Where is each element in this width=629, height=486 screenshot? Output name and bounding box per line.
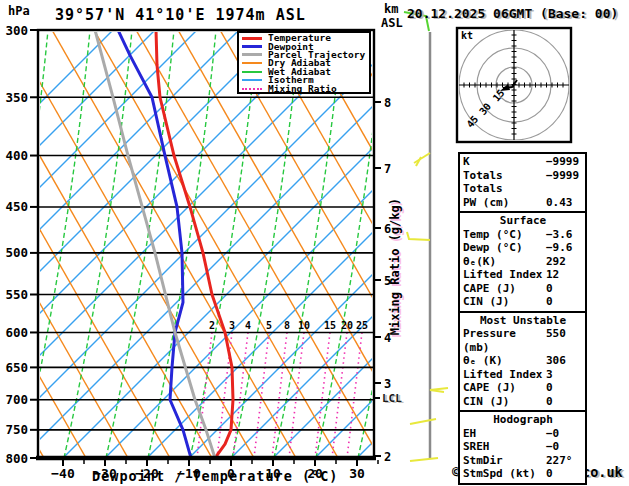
- mixing-ratio-value-label: 20: [341, 320, 353, 331]
- table-row-value: −9999: [546, 155, 583, 169]
- pressure-tick-label: 800: [5, 451, 28, 466]
- km-tick-label: 8: [384, 96, 391, 110]
- legend-item: Mixing Ratio: [242, 84, 369, 92]
- table-row-value: 550: [546, 327, 583, 354]
- table-row-value: −0: [546, 427, 583, 441]
- km-tick-label: 7: [384, 162, 391, 176]
- dry-adiabat-line: [598, 30, 629, 458]
- dry-adiabat-line: [0, 30, 2, 458]
- mixing-ratio-value-label: 5: [266, 320, 272, 331]
- pressure-tick-label: 750: [5, 422, 28, 437]
- table-row-label: StmSpd (kt): [463, 467, 546, 481]
- indices-table: K−9999Totals Totals−9999PW (cm)0.43Surfa…: [458, 152, 587, 485]
- hodograph-unit-label: kt: [461, 30, 473, 41]
- table-row-label: θₑ(K): [463, 255, 546, 269]
- table-row: CIN (J)0: [463, 395, 583, 409]
- table-section: Most UnstablePressure (mb)550θₑ (K)306Li…: [458, 311, 587, 413]
- table-row-value: 306: [546, 354, 583, 368]
- wet-adiabat-line: [22, 30, 90, 458]
- table-row-value: −0: [546, 440, 583, 454]
- pressure-unit-label: hPa: [8, 4, 30, 18]
- mixing-ratio-line: [254, 332, 269, 458]
- table-row: StmDir227°: [463, 454, 583, 468]
- table-section-title: Surface: [463, 214, 583, 228]
- lcl-marker-label: LCL: [382, 392, 402, 405]
- table-row: Totals Totals−9999: [463, 169, 583, 196]
- valid-datetime: 20.12.2025 06GMT (Base: 00): [407, 6, 618, 21]
- wind-barb: [430, 388, 448, 392]
- table-row: Lifted Index3: [463, 368, 583, 382]
- table-row: Lifted Index12: [463, 268, 583, 282]
- mixing-ratio-value-label: 10: [298, 320, 310, 331]
- parcel-trajectory-curve: [95, 30, 215, 458]
- table-row: StmSpd (kt)0: [463, 467, 583, 481]
- table-section: SurfaceTemp (°C)−3.6Dewp (°C)−9.6θₑ(K)29…: [458, 211, 587, 313]
- legend-swatch-isotherm: [242, 79, 262, 81]
- table-row-label: Lifted Index: [463, 368, 546, 382]
- table-row: SREH−0: [463, 440, 583, 454]
- mixing-ratio-value-label: 8: [284, 320, 290, 331]
- mixing-ratio-value-label: 3: [229, 320, 235, 331]
- legend-swatch-temperature: [242, 37, 262, 40]
- pressure-tick-label: 450: [5, 199, 28, 214]
- table-row-value: 292: [546, 255, 583, 269]
- pressure-tick-label: 350: [5, 90, 28, 105]
- station-title: 39°57'N 41°10'E 1974m ASL: [55, 6, 306, 24]
- wet-adiabat-line: [274, 30, 342, 458]
- legend: TemperatureDewpointParcel TrajectoryDry …: [237, 31, 371, 94]
- table-row-value: −9.6: [546, 241, 583, 255]
- wind-barb: [414, 153, 430, 163]
- table-row: θₑ(K)292: [463, 255, 583, 269]
- altitude-unit-km: km: [384, 2, 398, 16]
- legend-swatch-dry-adiabat: [242, 62, 262, 64]
- wet-adiabat-line: [232, 30, 300, 458]
- altitude-unit-asl: ASL: [381, 16, 403, 30]
- legend-swatch-mixing-ratio: [242, 88, 262, 90]
- table-row: CAPE (J)0: [463, 282, 583, 296]
- plot-frame: [36, 30, 376, 458]
- mixing-ratio-axis-title: Mixing Ratio (g/kg): [388, 198, 402, 335]
- table-row-value: 3: [546, 368, 583, 382]
- table-row-label: Totals Totals: [463, 169, 546, 196]
- km-tick-label: 2: [384, 450, 391, 464]
- legend-swatch-parcel-trajectory: [242, 53, 262, 56]
- table-row: Temp (°C)−3.6: [463, 228, 583, 242]
- table-row-label: CIN (J): [463, 395, 546, 409]
- table-row: PW (cm)0.43: [463, 196, 583, 210]
- table-row: CAPE (J)0: [463, 381, 583, 395]
- table-section: HodographEH−0SREH−0StmDir227°StmSpd (kt)…: [458, 410, 587, 485]
- table-row-value: 227°: [546, 454, 583, 468]
- table-row-value: −9999: [546, 169, 583, 196]
- legend-swatch-dewpoint: [242, 45, 262, 48]
- table-section: K−9999Totals Totals−9999PW (cm)0.43: [458, 152, 587, 213]
- mixing-ratio-value-label: 25: [356, 320, 368, 331]
- table-row: Pressure (mb)550: [463, 327, 583, 354]
- table-row-label: CAPE (J): [463, 282, 546, 296]
- temp-tick-label: −40: [51, 466, 75, 481]
- table-row-label: CIN (J): [463, 295, 546, 309]
- sounding-curves: [95, 30, 233, 458]
- mixing-ratio-value-label: 2: [209, 320, 215, 331]
- table-row-value: 12: [546, 268, 583, 282]
- table-row-value: 0.43: [546, 196, 583, 210]
- x-axis-title: Dewpoint / Temperature (°C): [92, 468, 338, 484]
- table-row-label: Pressure (mb): [463, 327, 546, 354]
- legend-swatch-wet-adiabat: [242, 71, 262, 73]
- legend-label: Mixing Ratio: [268, 85, 337, 93]
- table-row-label: Lifted Index: [463, 268, 546, 282]
- table-row-value: 0: [546, 395, 583, 409]
- dewpoint-curve: [118, 30, 191, 458]
- table-row-label: SREH: [463, 440, 546, 454]
- km-tick-label: 3: [384, 377, 391, 391]
- table-row-value: −3.6: [546, 228, 583, 242]
- wind-barb: [410, 458, 438, 461]
- wind-barb: [407, 232, 430, 240]
- temp-tick-label: 30: [349, 466, 365, 481]
- table-row: EH−0: [463, 427, 583, 441]
- pressure-tick-label: 300: [5, 23, 28, 38]
- table-section-title: Most Unstable: [463, 314, 583, 328]
- pressure-tick-label: 650: [5, 360, 28, 375]
- table-row-label: CAPE (J): [463, 381, 546, 395]
- pressure-tick-label: 400: [5, 148, 28, 163]
- table-row-label: Dewp (°C): [463, 241, 546, 255]
